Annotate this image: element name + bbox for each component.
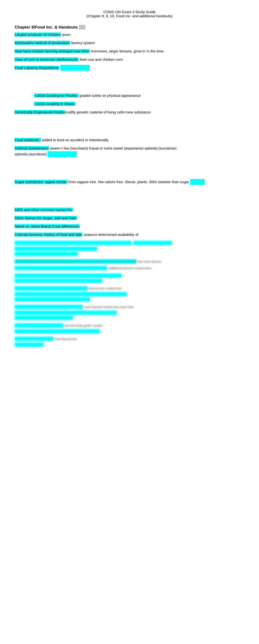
blurred-row-8: blurred line content text <box>15 286 244 291</box>
splenda-text: splenda (sucralose) <box>15 152 48 156</box>
gmo-block: Genetically Engineered Foods-modify gene… <box>15 109 244 115</box>
gap-4 <box>15 187 244 207</box>
blurred-row-15 <box>15 329 244 334</box>
page-header: CONS 150 Exam 3 Study Guide (Chapter 8, … <box>15 10 244 18</box>
largest-producer-key: Largest producer of chicken- <box>15 32 61 36</box>
usda-meats-key: -USDA Grading in Meats- <box>34 102 75 106</box>
blurred-text: text here blurred <box>138 260 161 264</box>
food-additives-value: added to food on accident or intentional… <box>41 138 109 142</box>
blurred-text: blurred study guide content <box>64 324 128 327</box>
blurred-line <box>15 310 117 315</box>
blurred-text: blurred line content text <box>89 287 157 290</box>
blurred-row-7 <box>15 278 244 283</box>
blurred-line <box>15 278 102 283</box>
blurred-row-4: text here blurred <box>15 258 244 264</box>
artificial-sweeteners-value: sweet n low (saccharin) Equal or nutra s… <box>49 146 176 150</box>
blurred-row-14: blurred study guide content <box>15 322 244 328</box>
name-vs-store-block: Name vs. Store Brand (Cost difference)- <box>15 224 244 229</box>
blurred-line <box>15 337 54 341</box>
usda-poultry-key: -USDA Grading for Poultry- <box>34 94 78 98</box>
largest-producer-block: Largest producer of chicken- tyson <box>15 32 244 38</box>
artificial-sweeteners-key: Artificial Sweeteners- <box>15 146 49 150</box>
blurred-line <box>15 323 64 328</box>
blurred-row-17 <box>15 342 244 347</box>
chapter-heading: Chapter 8/Food Inc. & Handouts <box>15 25 244 30</box>
colonial-key: Colonial America- history of food and di… <box>15 232 82 236</box>
gmo-value: modify genetic material of living cells=… <box>65 110 151 114</box>
sugar-subs-key: Sugar substitutes- agave nectar- <box>15 180 68 184</box>
blurred-line <box>15 246 98 251</box>
msg-block: MSG and other common names for- <box>15 207 244 213</box>
chapter-heading-text: Chapter 8/Food Inc. & Handouts <box>15 25 85 30</box>
food-labeling-key: Food Labeling Regulations- <box>15 66 59 70</box>
artificial-sweeteners-block: Artificial Sweeteners- sweet n low (sacc… <box>15 146 244 157</box>
blurred-content-area: text here blurred additional blurred con… <box>15 240 244 347</box>
blurred-row-13 <box>15 316 244 320</box>
sugar-substitutes-block: Sugar substitutes- agave nectar- from xa… <box>15 179 244 185</box>
blurred-text: final blurred line <box>55 337 108 341</box>
food-additives-block: Food Additives:- added to food on accide… <box>15 137 244 143</box>
mcdonalds-value: factory system <box>70 41 95 45</box>
bottom-whitespace <box>15 348 244 567</box>
mcdonalds-method-block: McDonald's method of production- factory… <box>15 40 244 46</box>
blurred-line <box>15 241 132 245</box>
blurred-row-6 <box>15 274 244 278</box>
food-labeling-block: Food Labeling Regulations- <box>15 65 244 71</box>
chicken-farming-block: How have chicken farming changed over ti… <box>15 48 244 54</box>
colonial-value: seasons determined availability of <box>82 232 138 236</box>
blurred-text: additional blurred content here <box>109 266 158 270</box>
blurred-row-1 <box>15 240 244 246</box>
blurred-row-9 <box>15 292 244 296</box>
blurred-row-16: final blurred line <box>15 336 244 342</box>
other-names-block: Other Names for Sugar, Salt and Fats- <box>15 215 244 221</box>
blurred-line <box>15 286 88 290</box>
blurred-row-5: additional blurred content here <box>15 265 244 271</box>
corn-uses-value: feed cow and chicken corn <box>78 57 123 62</box>
food-additives-key: Food Additives:- <box>15 138 41 142</box>
usda-poultry-value: graded solely on physical appearance <box>78 94 141 98</box>
blurred-line <box>15 292 127 296</box>
header-title-line2: (Chapter 8, 9, 10, Food Inc. and additio… <box>15 14 244 18</box>
blurred-text: more blurred content text here lines <box>84 305 157 309</box>
msg-key: MSG and other common names for- <box>15 208 73 212</box>
blurred-line <box>15 259 136 264</box>
sugar-subs-value: from xagave tree. Not calorie free. Stev… <box>68 180 189 184</box>
gap-3 <box>15 160 244 179</box>
blurred-line <box>133 241 172 245</box>
blurred-row-11: more blurred content text here lines <box>15 304 244 310</box>
mcdonalds-key: McDonald's method of production- <box>15 41 70 45</box>
blurred-line <box>15 342 44 347</box>
name-vs-store-key: Name vs. Store Brand (Cost difference)- <box>15 224 80 228</box>
usda-poultry-block: -USDA Grading for Poultry- graded solely… <box>15 93 244 98</box>
colonial-block: Colonial America- history of food and di… <box>15 232 244 238</box>
corn-uses-key: Uses of corn in American diet/livestock- <box>15 57 78 62</box>
blurred-line <box>15 297 90 302</box>
blurred-row-10 <box>15 297 244 302</box>
blurred-row-2 <box>15 246 244 251</box>
corn-uses-block: Uses of corn in American diet/livestock-… <box>15 56 244 62</box>
chicken-farming-key: How have chicken farming changed over ti… <box>15 49 90 53</box>
gmo-key: Genetically Engineered Foods- <box>15 110 65 114</box>
blurred-line <box>15 329 100 334</box>
blurred-line <box>15 252 78 256</box>
chicken-farming-value: hormones, larger breasts, grow in ½ the … <box>90 49 164 53</box>
blurred-line <box>15 266 107 270</box>
header-title-line1: CONS 150 Exam 3 Study Guide <box>15 10 244 14</box>
blurred-line <box>15 316 73 320</box>
blurred-row-3 <box>15 252 244 256</box>
largest-producer-value: tyson <box>61 32 71 36</box>
other-names-key: Other Names for Sugar, Salt and Fats- <box>15 216 77 220</box>
blurred-row-12 <box>15 310 244 315</box>
blurred-line <box>15 305 83 309</box>
gap-2 <box>15 118 244 137</box>
gap-1 <box>15 73 244 93</box>
blurred-line <box>15 274 122 278</box>
usda-meats-block: -USDA Grading in Meats- <box>15 101 244 107</box>
